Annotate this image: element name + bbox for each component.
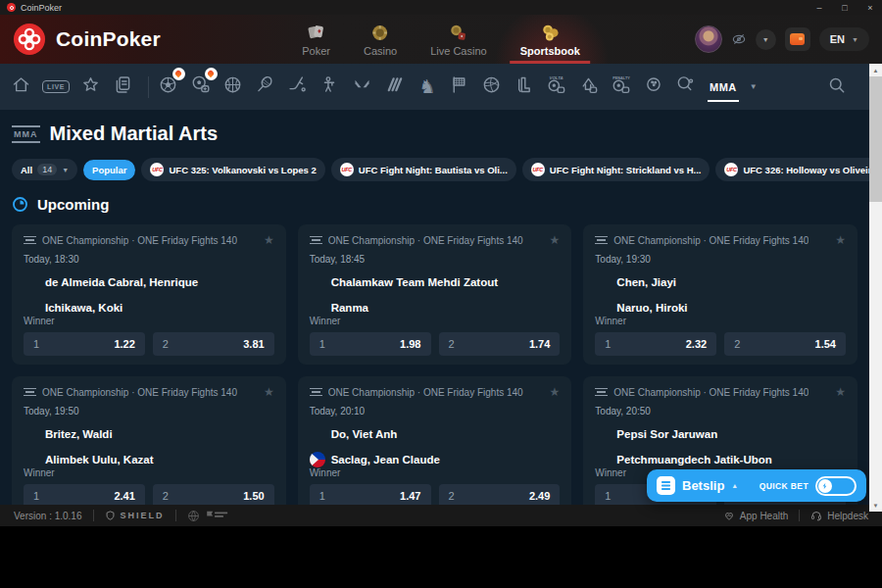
sport-bowling-button[interactable] [643, 70, 664, 105]
match-card[interactable]: ONE Championship · ONE Friday Fights 140… [12, 376, 286, 505]
sport-table-tennis-button[interactable] [675, 70, 697, 105]
quick-bet-toggle[interactable] [815, 476, 857, 496]
table-tennis-icon [675, 74, 696, 99]
nav-tab-live-casino[interactable]: Live Casino [426, 15, 490, 64]
fighter-row: Chen, Jiayi [595, 274, 846, 290]
filter-chip-ufc-fight-night-bautista-vs-oli[interactable]: UFCUFC Fight Night: Bautista vs Oli... [331, 158, 516, 181]
sport-efighting-button[interactable] [578, 70, 600, 105]
market-label: Winner [310, 316, 561, 326]
odds-button-1[interactable]: 11.22 [24, 332, 145, 356]
more-sports-chevron-icon[interactable]: ▼ [750, 82, 758, 91]
odds-button-2[interactable]: 22.49 [439, 484, 561, 505]
close-button[interactable]: × [865, 3, 875, 13]
helpdesk-link[interactable]: Helpdesk [810, 510, 868, 521]
nav-tab-casino[interactable]: Casino [360, 15, 401, 64]
sport-soccer-button[interactable] [158, 70, 179, 105]
nav-tab-sportsbook[interactable]: Sportsbook [516, 15, 584, 64]
fighter-row: Pepsi Sor Jaruwan [595, 426, 846, 442]
flag-placeholder [24, 426, 39, 442]
sport-ice-hockey-button[interactable] [287, 70, 309, 105]
favorite-star-icon[interactable]: ★ [264, 233, 274, 247]
quick-bet-knob [818, 479, 832, 493]
odds-button-1[interactable]: 12.32 [595, 332, 716, 356]
shield-badge: SHIELD [105, 510, 165, 521]
sport-valorant-button[interactable] [352, 70, 373, 105]
mma-mini-icon [24, 388, 36, 397]
fighter-row: Ichikawa, Koki [24, 300, 274, 316]
window-titlebar: CoinPoker – □ × [0, 0, 882, 15]
account-dropdown-button[interactable]: ▼ [756, 29, 776, 50]
chess-knight-icon: ♞ [418, 77, 435, 96]
sport-volleyball-button[interactable] [481, 70, 503, 105]
favorite-star-icon[interactable]: ★ [550, 233, 561, 247]
chevron-down-icon: ▼ [852, 36, 858, 43]
avatar[interactable] [695, 25, 722, 53]
filter-chip-label: UFC Fight Night: Bautista vs Oli... [359, 165, 508, 175]
filter-chip-ufc-fight-night-strickland-vs-h[interactable]: UFCUFC Fight Night: Strickland vs H... [522, 158, 710, 181]
maximize-button[interactable]: □ [840, 3, 850, 13]
sport-counter-strike-button[interactable] [319, 70, 341, 105]
filter-all-chip[interactable]: All 14 ▼ [12, 159, 77, 180]
sport-racing-button[interactable] [449, 70, 470, 105]
search-button[interactable] [826, 70, 848, 105]
filter-chip-ufc-325-volkanovski-vs-lopes-2[interactable]: UFCUFC 325: Volkanovski vs Lopes 2 [141, 158, 324, 181]
odds-button-2[interactable]: 21.50 [153, 484, 274, 505]
league-label: ONE Championship · ONE Friday Fights 140 [42, 235, 237, 246]
match-card[interactable]: ONE Championship · ONE Friday Fights 140… [298, 224, 572, 365]
nav-tab-label: Live Casino [430, 45, 486, 57]
balance-visibility-toggle[interactable] [731, 31, 747, 47]
sport-penalty-shootout-button[interactable]: PENALTY [611, 70, 632, 105]
sport-home-button[interactable] [10, 70, 31, 105]
search-icon [827, 75, 847, 99]
scroll-up-arrow[interactable]: ▲ [869, 64, 882, 76]
window-title: CoinPoker [21, 3, 62, 13]
odds-selection-label: 1 [605, 490, 611, 502]
rainbow-six-icon [384, 74, 405, 99]
sport-my-bets-button[interactable] [113, 70, 134, 105]
brand-name: CoinPoker [56, 27, 161, 51]
match-card[interactable]: ONE Championship · ONE Friday Fights 140… [583, 224, 858, 365]
sport-mma-button[interactable]: MMA [708, 70, 739, 105]
minimize-button[interactable]: – [814, 3, 824, 13]
favorite-star-icon[interactable]: ★ [264, 385, 274, 399]
odds-button-2[interactable]: 21.54 [724, 332, 846, 356]
match-card[interactable]: ONE Championship · ONE Friday Fights 140… [298, 376, 572, 505]
sport-chess-button[interactable]: ♞ [416, 70, 438, 105]
match-card[interactable]: ONE Championship · ONE Friday Fights 140… [12, 224, 286, 365]
sport-league-of-legends-button[interactable] [514, 70, 535, 105]
sport-tennis-button[interactable] [255, 70, 276, 105]
scroll-down-arrow[interactable]: ▼ [869, 499, 882, 512]
odds-button-1[interactable]: 11.98 [310, 332, 431, 356]
sport-esoccer-button[interactable] [190, 70, 212, 105]
betslip-button[interactable]: Betslip ▲ QUICK BET [647, 469, 866, 502]
sport-volta-football-button[interactable]: VOLTA [546, 70, 567, 105]
wallet-button[interactable] [785, 27, 810, 51]
league-label: ONE Championship · ONE Friday Fights 140 [613, 235, 808, 246]
vertical-scrollbar[interactable]: ▲ ▼ [869, 64, 882, 512]
fighter-name: Chalamkaw Team Mehdi Zatout [331, 276, 498, 288]
penalty-shootout-icon: PENALTY [611, 74, 631, 99]
scrollbar-thumb[interactable] [869, 76, 882, 202]
odds-button-2[interactable]: 21.74 [439, 332, 561, 356]
favorite-star-icon[interactable]: ★ [550, 385, 561, 399]
brand[interactable]: CoinPoker [0, 23, 161, 56]
filter-chip-label: UFC 326: Holloway vs Oliveira 2 [743, 165, 869, 175]
filter-chip-popular[interactable]: Popular [83, 160, 135, 180]
language-selector[interactable]: EN ▼ [819, 27, 869, 51]
favorite-star-icon[interactable]: ★ [835, 385, 846, 399]
sport-rainbow-six-button[interactable] [384, 70, 406, 105]
sport-favorites-button[interactable] [80, 70, 102, 105]
sport-live-button[interactable]: LIVE [42, 70, 70, 105]
odds-button-1[interactable]: 12.41 [24, 484, 145, 505]
league-label: ONE Championship · ONE Friday Fights 140 [328, 235, 523, 246]
odds-button-2[interactable]: 23.81 [153, 332, 274, 356]
favorite-star-icon[interactable]: ★ [835, 233, 846, 247]
bowling-icon [643, 74, 663, 99]
filter-chip-ufc-326-holloway-vs-oliveira-2[interactable]: UFCUFC 326: Holloway vs Oliveira 2 [715, 158, 869, 181]
sport-basketball-button[interactable] [222, 70, 244, 105]
nav-tab-poker[interactable]: Poker [298, 15, 334, 64]
home-icon [11, 74, 31, 99]
match-time: Today, 20:10 [310, 406, 561, 416]
app-health-link[interactable]: App Health [723, 511, 788, 521]
odds-button-1[interactable]: 11.47 [310, 484, 431, 505]
